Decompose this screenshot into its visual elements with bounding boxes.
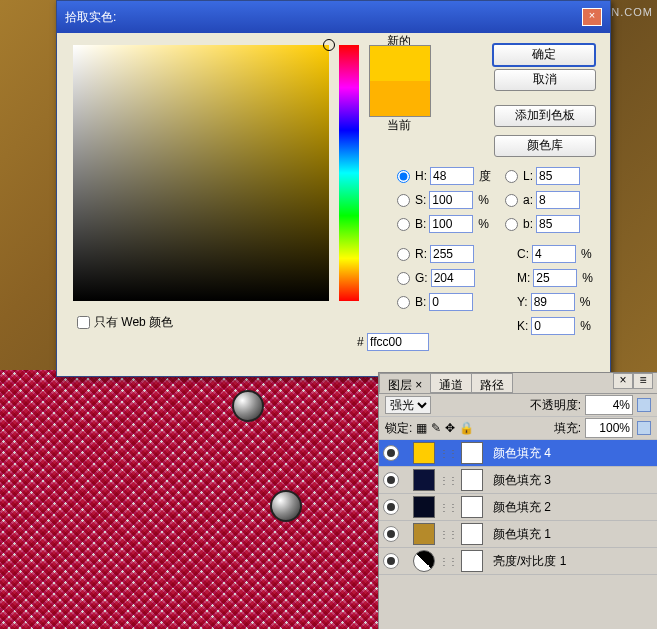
layer-mask[interactable] bbox=[461, 469, 483, 491]
input-g[interactable] bbox=[431, 269, 475, 287]
field-l[interactable]: L: bbox=[505, 167, 580, 185]
layer-row[interactable]: ⋮⋮颜色填充 2 bbox=[379, 494, 657, 521]
radio-b-rgb[interactable] bbox=[397, 296, 410, 309]
field-h[interactable]: H:度 bbox=[397, 167, 491, 185]
dialog-titlebar[interactable]: 拾取实色: × bbox=[57, 1, 610, 33]
input-m[interactable] bbox=[533, 269, 577, 287]
swatch-current bbox=[370, 81, 430, 116]
field-s[interactable]: S:% bbox=[397, 191, 489, 209]
field-y[interactable]: Y:% bbox=[517, 293, 590, 311]
add-swatch-button[interactable]: 添加到色板 bbox=[494, 105, 596, 127]
layer-row[interactable]: ⋮⋮颜色填充 1 bbox=[379, 521, 657, 548]
visibility-icon[interactable] bbox=[383, 499, 399, 515]
visibility-icon[interactable] bbox=[383, 445, 399, 461]
layer-name: 颜色填充 2 bbox=[493, 499, 551, 516]
link-icon: ⋮⋮ bbox=[439, 448, 457, 459]
lock-transparency-icon[interactable]: ▦ bbox=[416, 421, 427, 435]
radio-g[interactable] bbox=[397, 272, 410, 285]
input-h[interactable] bbox=[430, 167, 474, 185]
blend-mode-select[interactable]: 强光 bbox=[385, 396, 431, 414]
tab-paths[interactable]: 路径 bbox=[471, 373, 513, 393]
radio-h[interactable] bbox=[397, 170, 410, 183]
cancel-button[interactable]: 取消 bbox=[494, 69, 596, 91]
radio-l[interactable] bbox=[505, 170, 518, 183]
input-a[interactable] bbox=[536, 191, 580, 209]
layer-mask[interactable] bbox=[461, 523, 483, 545]
panel-menu-icon[interactable]: ≡ bbox=[633, 373, 653, 389]
layer-mask[interactable] bbox=[461, 496, 483, 518]
hex-field[interactable]: # bbox=[357, 333, 429, 351]
tab-layers[interactable]: 图层 × bbox=[379, 373, 431, 393]
input-b-hsb[interactable] bbox=[429, 215, 473, 233]
coat-button bbox=[232, 390, 264, 422]
link-icon: ⋮⋮ bbox=[439, 529, 457, 540]
field-b-hsb[interactable]: B:% bbox=[397, 215, 489, 233]
field-g[interactable]: G: bbox=[397, 269, 475, 287]
coat-button bbox=[270, 490, 302, 522]
input-b-rgb[interactable] bbox=[429, 293, 473, 311]
field-r[interactable]: R: bbox=[397, 245, 474, 263]
layer-mask[interactable] bbox=[461, 442, 483, 464]
opacity-input[interactable] bbox=[585, 395, 633, 415]
radio-b-lab[interactable] bbox=[505, 218, 518, 231]
radio-s[interactable] bbox=[397, 194, 410, 207]
input-l[interactable] bbox=[536, 167, 580, 185]
lock-all-icon[interactable]: 🔒 bbox=[459, 421, 474, 435]
layer-name: 亮度/对比度 1 bbox=[493, 553, 566, 570]
radio-b[interactable] bbox=[397, 218, 410, 231]
tab-channels[interactable]: 通道 bbox=[430, 373, 472, 393]
field-a[interactable]: a: bbox=[505, 191, 580, 209]
hue-slider[interactable] bbox=[339, 45, 359, 301]
input-b-lab[interactable] bbox=[536, 215, 580, 233]
current-label: 当前 bbox=[387, 117, 411, 134]
lock-move-icon[interactable]: ✥ bbox=[445, 421, 455, 435]
field-b-rgb[interactable]: B: bbox=[397, 293, 473, 311]
ok-button[interactable]: 确定 bbox=[492, 43, 596, 67]
layer-swatch bbox=[413, 523, 435, 545]
panel-close-icon[interactable]: × bbox=[613, 373, 633, 389]
fill-label: 填充: bbox=[554, 420, 581, 437]
field-k[interactable]: K:% bbox=[517, 317, 591, 335]
layer-list: ⋮⋮颜色填充 4⋮⋮颜色填充 3⋮⋮颜色填充 2⋮⋮颜色填充 1⋮⋮亮度/对比度… bbox=[379, 440, 657, 610]
layer-mask[interactable] bbox=[461, 550, 483, 572]
adjustment-icon bbox=[413, 550, 435, 572]
layer-row[interactable]: ⋮⋮颜色填充 4 bbox=[379, 440, 657, 467]
layer-name: 颜色填充 3 bbox=[493, 472, 551, 489]
photo-clothing bbox=[0, 370, 380, 629]
field-b-lab[interactable]: b: bbox=[505, 215, 580, 233]
layer-row[interactable]: ⋮⋮颜色填充 3 bbox=[379, 467, 657, 494]
fill-slider-icon[interactable] bbox=[637, 421, 651, 435]
blend-row: 强光 不透明度: bbox=[379, 394, 657, 417]
layer-swatch bbox=[413, 469, 435, 491]
link-icon: ⋮⋮ bbox=[439, 475, 457, 486]
field-c[interactable]: C:% bbox=[517, 245, 592, 263]
fill-input[interactable] bbox=[585, 418, 633, 438]
color-picker-dialog: 拾取实色: × 新的 当前 确定 取消 添加到色板 颜色库 H:度 S:% B:… bbox=[56, 0, 611, 377]
input-c[interactable] bbox=[532, 245, 576, 263]
layer-swatch bbox=[413, 496, 435, 518]
opacity-label: 不透明度: bbox=[530, 397, 581, 414]
color-lib-button[interactable]: 颜色库 bbox=[494, 135, 596, 157]
visibility-icon[interactable] bbox=[383, 553, 399, 569]
lock-paint-icon[interactable]: ✎ bbox=[431, 421, 441, 435]
layer-row[interactable]: ⋮⋮亮度/对比度 1 bbox=[379, 548, 657, 575]
radio-r[interactable] bbox=[397, 248, 410, 261]
input-y[interactable] bbox=[531, 293, 575, 311]
input-hex[interactable] bbox=[367, 333, 429, 351]
dialog-title: 拾取实色: bbox=[65, 9, 116, 26]
close-icon[interactable]: × bbox=[582, 8, 602, 26]
color-field[interactable] bbox=[73, 45, 329, 301]
layer-name: 颜色填充 1 bbox=[493, 526, 551, 543]
input-s[interactable] bbox=[429, 191, 473, 209]
opacity-slider-icon[interactable] bbox=[637, 398, 651, 412]
input-r[interactable] bbox=[430, 245, 474, 263]
visibility-icon[interactable] bbox=[383, 526, 399, 542]
color-marker[interactable] bbox=[323, 39, 335, 51]
link-icon: ⋮⋮ bbox=[439, 502, 457, 513]
radio-a[interactable] bbox=[505, 194, 518, 207]
lock-label: 锁定: bbox=[385, 420, 412, 437]
field-m[interactable]: M:% bbox=[517, 269, 593, 287]
web-only-checkbox[interactable]: 只有 Web 颜色 bbox=[73, 313, 173, 332]
input-k[interactable] bbox=[531, 317, 575, 335]
visibility-icon[interactable] bbox=[383, 472, 399, 488]
